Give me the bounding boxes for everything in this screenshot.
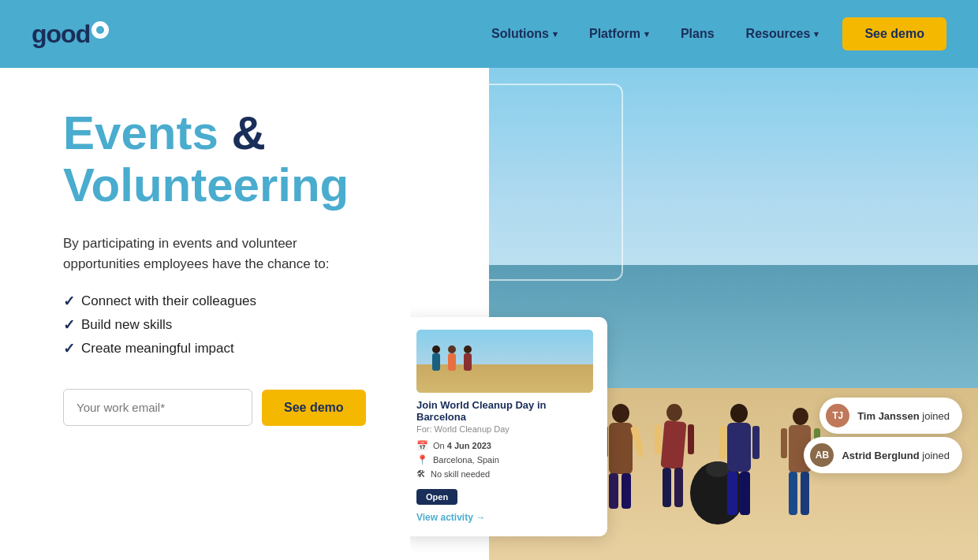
nav-menu: Solutions ▾ Platform ▾ Plans Resources ▾ [491, 27, 819, 41]
svg-rect-9 [622, 473, 631, 509]
skill-icon: 🛠 [416, 469, 426, 480]
svg-point-32 [432, 345, 440, 353]
chevron-down-icon: ▾ [814, 29, 819, 39]
hero-subtitle: By participating in events and volunteer… [63, 233, 371, 274]
view-activity-link[interactable]: View activity → [416, 512, 485, 523]
logo-text: good [32, 20, 90, 49]
logo[interactable]: good [32, 20, 109, 49]
chevron-down-icon: ▾ [644, 29, 649, 39]
svg-rect-15 [674, 468, 683, 507]
svg-point-24 [793, 408, 808, 425]
hero-right-panel: Team Join World Cleanup [410, 68, 978, 560]
event-card-date: 📅 On 4 Jun 2023 [416, 440, 593, 451]
nav-platform[interactable]: Platform ▾ [589, 27, 649, 41]
chevron-down-icon: ▾ [553, 29, 558, 39]
benefit-item: ✓ Create meaningful impact [63, 340, 371, 357]
svg-rect-21 [740, 472, 750, 515]
event-card-title: Join World Cleanup Day in Barcelona [416, 399, 593, 423]
main-content: Events & Volunteering By participating i… [0, 68, 978, 560]
toast-2-text: Astrid Berglund joined [842, 450, 950, 461]
svg-rect-26 [789, 472, 797, 515]
event-status-badge: Open [416, 489, 457, 505]
cta-row: See demo [63, 389, 371, 426]
svg-rect-37 [464, 353, 472, 371]
svg-rect-28 [781, 428, 787, 458]
svg-rect-35 [448, 353, 456, 371]
toast-notification-1: TJ Tim Janssen joined [819, 398, 962, 434]
navigation: good Solutions ▾ Platform ▾ Plans Resour… [0, 0, 978, 68]
avatar-2: AB [810, 443, 834, 467]
svg-rect-19 [727, 423, 751, 472]
svg-rect-8 [609, 473, 618, 509]
benefits-list: ✓ Connect with their colleagues ✓ Build … [63, 293, 371, 364]
svg-rect-22 [719, 426, 726, 459]
toast-notification-2: AB Astrid Berglund joined [804, 437, 962, 473]
event-card-location: 📍 Barcelona, Spain [416, 454, 593, 465]
svg-point-36 [464, 345, 472, 353]
svg-rect-7 [609, 423, 633, 474]
card-frame-decoration [465, 84, 623, 281]
avatar-1: TJ [826, 404, 849, 427]
checkmark-icon: ✓ [63, 293, 75, 310]
svg-point-6 [612, 404, 629, 423]
svg-rect-16 [655, 424, 661, 454]
nav-see-demo-button[interactable]: See demo [842, 17, 946, 50]
hero-left-panel: Events & Volunteering By participating i… [0, 68, 410, 560]
svg-rect-23 [752, 426, 760, 459]
svg-rect-27 [801, 472, 809, 515]
nav-resources[interactable]: Resources ▾ [746, 27, 819, 41]
nav-plans[interactable]: Plans [681, 27, 715, 41]
event-card-org: For: World Cleanup Day [416, 424, 593, 434]
svg-rect-20 [727, 472, 737, 515]
benefit-item: ✓ Connect with their colleagues [63, 293, 371, 310]
event-card-image: Team [416, 330, 593, 393]
logo-badge [91, 21, 109, 39]
svg-rect-13 [660, 420, 686, 469]
event-card: Team Join World Cleanup [410, 317, 607, 536]
nav-solutions[interactable]: Solutions ▾ [491, 27, 558, 41]
benefit-item: ✓ Build new skills [63, 316, 371, 334]
svg-point-12 [666, 404, 682, 421]
location-icon: 📍 [416, 454, 428, 465]
toast-1-text: Tim Janssen joined [857, 410, 950, 422]
svg-rect-14 [663, 468, 671, 507]
hero-see-demo-button[interactable]: See demo [262, 390, 366, 426]
event-card-skill: 🛠 No skill needed [416, 469, 593, 480]
svg-rect-17 [688, 424, 694, 454]
checkmark-icon: ✓ [63, 340, 75, 357]
email-input[interactable] [63, 389, 252, 426]
svg-point-34 [448, 345, 456, 353]
svg-rect-33 [432, 353, 440, 371]
checkmark-icon: ✓ [63, 316, 75, 334]
svg-point-18 [730, 404, 748, 423]
hero-title: Events & Volunteering [63, 107, 371, 211]
calendar-icon: 📅 [416, 440, 428, 451]
